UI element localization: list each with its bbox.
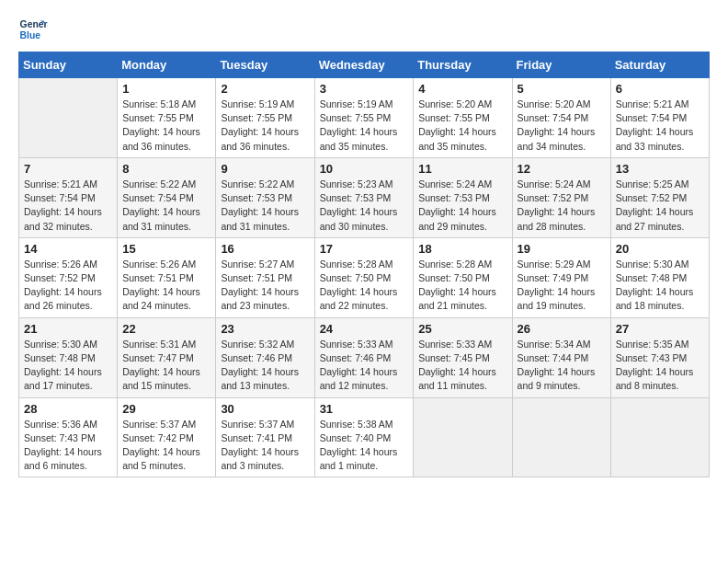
day-info: Sunrise: 5:25 AM Sunset: 7:52 PM Dayligh… [616, 178, 704, 234]
calendar-week-row: 1Sunrise: 5:18 AM Sunset: 7:55 PM Daylig… [19, 78, 710, 158]
day-number: 12 [518, 162, 606, 176]
calendar-day-cell: 2Sunrise: 5:19 AM Sunset: 7:55 PM Daylig… [216, 78, 314, 158]
svg-text:Blue: Blue [20, 30, 41, 40]
page-header: General Blue [18, 15, 710, 44]
calendar-day-cell: 8Sunrise: 5:22 AM Sunset: 7:54 PM Daylig… [118, 157, 216, 237]
day-info: Sunrise: 5:21 AM Sunset: 7:54 PM Dayligh… [24, 178, 112, 234]
calendar-day-cell: 26Sunrise: 5:34 AM Sunset: 7:44 PM Dayli… [512, 317, 610, 397]
day-number: 29 [122, 402, 210, 416]
weekday-header: Thursday [414, 52, 512, 78]
calendar-day-cell: 19Sunrise: 5:29 AM Sunset: 7:49 PM Dayli… [512, 237, 610, 317]
day-info: Sunrise: 5:19 AM Sunset: 7:55 PM Dayligh… [320, 98, 409, 154]
day-info: Sunrise: 5:24 AM Sunset: 7:53 PM Dayligh… [418, 178, 506, 234]
day-number: 26 [518, 322, 606, 336]
day-info: Sunrise: 5:36 AM Sunset: 7:43 PM Dayligh… [24, 418, 112, 474]
calendar-header-row: SundayMondayTuesdayWednesdayThursdayFrid… [19, 52, 710, 78]
weekday-header: Wednesday [314, 52, 414, 78]
weekday-header: Sunday [19, 52, 118, 78]
day-number: 13 [616, 162, 704, 176]
calendar-day-cell: 5Sunrise: 5:20 AM Sunset: 7:54 PM Daylig… [512, 78, 610, 158]
calendar-week-row: 14Sunrise: 5:26 AM Sunset: 7:52 PM Dayli… [19, 237, 710, 317]
calendar-day-cell: 20Sunrise: 5:30 AM Sunset: 7:48 PM Dayli… [610, 237, 709, 317]
calendar-day-cell: 27Sunrise: 5:35 AM Sunset: 7:43 PM Dayli… [610, 317, 709, 397]
day-info: Sunrise: 5:33 AM Sunset: 7:46 PM Dayligh… [320, 338, 409, 394]
day-number: 1 [122, 82, 210, 96]
day-info: Sunrise: 5:20 AM Sunset: 7:55 PM Dayligh… [418, 98, 506, 154]
calendar-day-cell: 29Sunrise: 5:37 AM Sunset: 7:42 PM Dayli… [118, 397, 216, 477]
day-info: Sunrise: 5:35 AM Sunset: 7:43 PM Dayligh… [616, 338, 704, 394]
calendar-day-cell: 9Sunrise: 5:22 AM Sunset: 7:53 PM Daylig… [216, 157, 314, 237]
weekday-header: Monday [118, 52, 216, 78]
logo-icon: General Blue [18, 15, 48, 44]
day-number: 2 [221, 82, 309, 96]
day-info: Sunrise: 5:30 AM Sunset: 7:48 PM Dayligh… [24, 338, 112, 394]
day-info: Sunrise: 5:26 AM Sunset: 7:51 PM Dayligh… [122, 258, 210, 314]
day-info: Sunrise: 5:34 AM Sunset: 7:44 PM Dayligh… [518, 338, 606, 394]
day-info: Sunrise: 5:38 AM Sunset: 7:40 PM Dayligh… [320, 418, 409, 474]
day-info: Sunrise: 5:23 AM Sunset: 7:53 PM Dayligh… [320, 178, 409, 234]
calendar-day-cell [610, 397, 709, 477]
day-number: 14 [24, 242, 112, 256]
calendar-day-cell: 4Sunrise: 5:20 AM Sunset: 7:55 PM Daylig… [414, 78, 512, 158]
day-number: 11 [418, 162, 506, 176]
day-number: 9 [221, 162, 309, 176]
weekday-header: Tuesday [216, 52, 314, 78]
day-info: Sunrise: 5:28 AM Sunset: 7:50 PM Dayligh… [418, 258, 506, 314]
calendar-day-cell: 16Sunrise: 5:27 AM Sunset: 7:51 PM Dayli… [216, 237, 314, 317]
calendar-day-cell [414, 397, 512, 477]
day-info: Sunrise: 5:19 AM Sunset: 7:55 PM Dayligh… [221, 98, 309, 154]
day-number: 23 [221, 322, 309, 336]
day-info: Sunrise: 5:24 AM Sunset: 7:52 PM Dayligh… [518, 178, 606, 234]
calendar-week-row: 28Sunrise: 5:36 AM Sunset: 7:43 PM Dayli… [19, 397, 710, 477]
calendar-day-cell [19, 78, 118, 158]
calendar-day-cell: 30Sunrise: 5:37 AM Sunset: 7:41 PM Dayli… [216, 397, 314, 477]
day-number: 6 [616, 82, 704, 96]
calendar-day-cell: 24Sunrise: 5:33 AM Sunset: 7:46 PM Dayli… [314, 317, 414, 397]
day-number: 18 [418, 242, 506, 256]
calendar-day-cell: 23Sunrise: 5:32 AM Sunset: 7:46 PM Dayli… [216, 317, 314, 397]
calendar-day-cell: 15Sunrise: 5:26 AM Sunset: 7:51 PM Dayli… [118, 237, 216, 317]
calendar-day-cell: 31Sunrise: 5:38 AM Sunset: 7:40 PM Dayli… [314, 397, 414, 477]
day-info: Sunrise: 5:27 AM Sunset: 7:51 PM Dayligh… [221, 258, 309, 314]
day-number: 3 [320, 82, 409, 96]
day-number: 22 [122, 322, 210, 336]
day-info: Sunrise: 5:31 AM Sunset: 7:47 PM Dayligh… [122, 338, 210, 394]
day-number: 4 [418, 82, 506, 96]
day-number: 5 [518, 82, 606, 96]
day-number: 10 [320, 162, 409, 176]
day-number: 24 [320, 322, 409, 336]
calendar-day-cell: 6Sunrise: 5:21 AM Sunset: 7:54 PM Daylig… [610, 78, 709, 158]
day-info: Sunrise: 5:28 AM Sunset: 7:50 PM Dayligh… [320, 258, 409, 314]
calendar-day-cell [512, 397, 610, 477]
day-info: Sunrise: 5:22 AM Sunset: 7:54 PM Dayligh… [122, 178, 210, 234]
day-info: Sunrise: 5:22 AM Sunset: 7:53 PM Dayligh… [221, 178, 309, 234]
day-number: 27 [616, 322, 704, 336]
logo: General Blue [18, 15, 51, 44]
calendar-day-cell: 10Sunrise: 5:23 AM Sunset: 7:53 PM Dayli… [314, 157, 414, 237]
day-number: 30 [221, 402, 309, 416]
day-info: Sunrise: 5:21 AM Sunset: 7:54 PM Dayligh… [616, 98, 704, 154]
calendar-table: SundayMondayTuesdayWednesdayThursdayFrid… [18, 52, 710, 477]
day-info: Sunrise: 5:26 AM Sunset: 7:52 PM Dayligh… [24, 258, 112, 314]
calendar-day-cell: 25Sunrise: 5:33 AM Sunset: 7:45 PM Dayli… [414, 317, 512, 397]
day-number: 15 [122, 242, 210, 256]
day-number: 20 [616, 242, 704, 256]
day-number: 7 [24, 162, 112, 176]
day-number: 8 [122, 162, 210, 176]
calendar-day-cell: 3Sunrise: 5:19 AM Sunset: 7:55 PM Daylig… [314, 78, 414, 158]
calendar-day-cell: 18Sunrise: 5:28 AM Sunset: 7:50 PM Dayli… [414, 237, 512, 317]
calendar-day-cell: 14Sunrise: 5:26 AM Sunset: 7:52 PM Dayli… [19, 237, 118, 317]
calendar-day-cell: 11Sunrise: 5:24 AM Sunset: 7:53 PM Dayli… [414, 157, 512, 237]
calendar-week-row: 7Sunrise: 5:21 AM Sunset: 7:54 PM Daylig… [19, 157, 710, 237]
calendar-day-cell: 1Sunrise: 5:18 AM Sunset: 7:55 PM Daylig… [118, 78, 216, 158]
day-info: Sunrise: 5:32 AM Sunset: 7:46 PM Dayligh… [221, 338, 309, 394]
day-info: Sunrise: 5:33 AM Sunset: 7:45 PM Dayligh… [418, 338, 506, 394]
day-number: 17 [320, 242, 409, 256]
day-info: Sunrise: 5:37 AM Sunset: 7:42 PM Dayligh… [122, 418, 210, 474]
day-info: Sunrise: 5:37 AM Sunset: 7:41 PM Dayligh… [221, 418, 309, 474]
day-number: 16 [221, 242, 309, 256]
calendar-day-cell: 22Sunrise: 5:31 AM Sunset: 7:47 PM Dayli… [118, 317, 216, 397]
day-number: 19 [518, 242, 606, 256]
day-number: 31 [320, 402, 409, 416]
calendar-day-cell: 17Sunrise: 5:28 AM Sunset: 7:50 PM Dayli… [314, 237, 414, 317]
